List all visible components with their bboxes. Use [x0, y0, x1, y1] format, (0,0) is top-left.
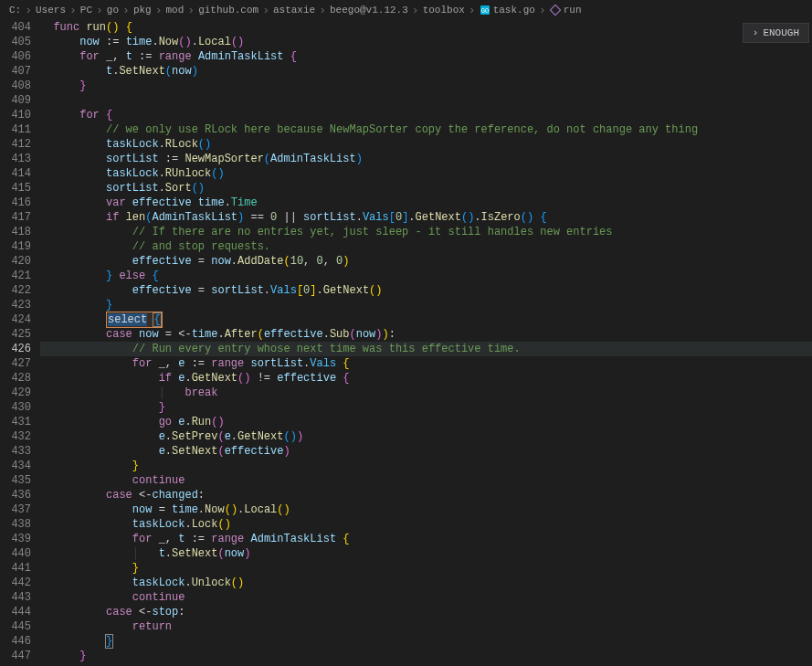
- breadcrumb-item[interactable]: Users: [36, 5, 66, 16]
- breadcrumb-item[interactable]: go: [107, 5, 119, 16]
- chevron-right-icon: ›: [69, 4, 77, 17]
- chevron-right-icon: ›: [319, 4, 326, 17]
- code-content[interactable]: func run() { now := time.Now().Local() f…: [40, 20, 812, 666]
- chevron-right-icon: ›: [469, 4, 476, 17]
- svg-text:GO: GO: [480, 7, 488, 15]
- chevron-right-icon: ›: [539, 4, 546, 17]
- breadcrumb-item[interactable]: mod: [166, 5, 185, 16]
- breadcrumb-item[interactable]: run: [550, 5, 582, 16]
- chevron-right-icon: ›: [96, 4, 103, 17]
- breadcrumb-item[interactable]: toolbox: [423, 5, 465, 16]
- chevron-right-icon: ›: [25, 4, 32, 17]
- breadcrumb[interactable]: C:› Users› PC› go› pkg› mod› github.com›…: [0, 0, 812, 20]
- breadcrumb-item[interactable]: GOtask.go: [480, 5, 535, 16]
- function-icon: [550, 5, 561, 16]
- breadcrumb-item[interactable]: C:: [9, 5, 21, 16]
- breadcrumb-item[interactable]: astaxie: [273, 5, 315, 16]
- code-editor[interactable]: 4044054064074084094104114124134144154164…: [0, 20, 812, 666]
- chevron-right-icon: ›: [155, 4, 163, 17]
- chevron-right-icon: ›: [412, 4, 419, 17]
- svg-rect-2: [550, 5, 560, 15]
- chevron-right-icon: ›: [187, 4, 195, 17]
- breadcrumb-item[interactable]: beego@v1.12.3: [330, 5, 408, 16]
- chevron-right-icon: ›: [262, 4, 269, 17]
- breadcrumb-item[interactable]: pkg: [133, 5, 152, 16]
- go-file-icon: GO: [480, 5, 490, 16]
- chevron-right-icon: ›: [122, 4, 130, 17]
- breadcrumb-item[interactable]: github.com: [198, 5, 258, 16]
- breadcrumb-item[interactable]: PC: [80, 5, 92, 16]
- line-number-gutter: 4044054064074084094104114124134144154164…: [0, 20, 40, 666]
